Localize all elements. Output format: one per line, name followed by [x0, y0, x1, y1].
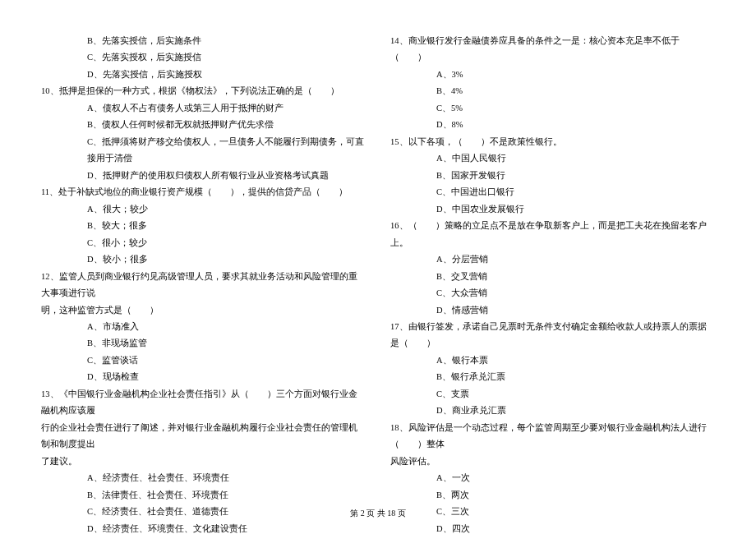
option-14-a: A、3%: [390, 67, 715, 83]
question-11: 11、处于补缺式地位的商业银行资产规模（ ），提供的信贷产品（ ）: [41, 184, 366, 200]
option-17-b: B、银行承兑汇票: [390, 369, 715, 385]
option-15-d: D、中国农业发展银行: [390, 201, 715, 218]
question-14: 14、商业银行发行金融债券应具备的条件之一是：核心资本充足率不低于（ ）: [390, 33, 715, 67]
option-10-c: C、抵押须将财产移交给债权人，一旦债务人不能履行到期债务，可直接用于清偿: [41, 134, 366, 168]
option-14-b: B、4%: [390, 83, 715, 99]
option-10-b: B、债权人任何时候都无权就抵押财产优先求偿: [41, 117, 366, 133]
option-15-a: A、中国人民银行: [390, 150, 715, 167]
option-9-c: C、先落实授权，后实施授信: [41, 49, 366, 66]
option-18-b: B、两次: [390, 487, 715, 504]
option-16-c: C、大众营销: [390, 285, 715, 302]
option-13-b: B、法律责任、社会责任、环境责任: [41, 487, 366, 504]
question-10: 10、抵押是担保的一种方式，根据《物权法》，下列说法正确的是（ ）: [41, 83, 366, 99]
option-9-b: B、先落实授信，后实施条件: [41, 33, 366, 49]
question-18: 18、风险评估是一个动态过程，每个监管周期至少要对银行业金融机构法人进行（ ）整…: [390, 420, 715, 453]
question-13-cont: 行的企业社会责任进行了阐述，并对银行业金融机构履行企业社会责任的管理机制和制度提…: [41, 420, 366, 453]
question-12: 12、监管人员到商业银行约见高级管理人员，要求其就业务活动和风险管理的重大事项进…: [41, 269, 366, 302]
option-9-d: D、先落实授信，后实施授权: [41, 67, 366, 83]
option-10-a: A、债权人不占有债务人或第三人用于抵押的财产: [41, 100, 366, 117]
option-17-d: D、商业承兑汇票: [390, 403, 715, 419]
page-footer: 第 2 页 共 18 页: [0, 508, 756, 519]
option-18-d: D、四次: [390, 521, 715, 534]
question-18-cont: 风险评估。: [390, 453, 715, 470]
option-16-a: A、分层营销: [390, 251, 715, 268]
option-15-b: B、国家开发银行: [390, 168, 715, 184]
option-16-b: B、交叉营销: [390, 269, 715, 285]
option-11-c: C、很小；较少: [41, 235, 366, 251]
option-12-b: B、非现场监管: [41, 335, 366, 352]
option-13-a: A、经济责任、社会责任、环境责任: [41, 470, 366, 486]
question-12-cont: 明，这种监管方式是（ ）: [41, 302, 366, 319]
option-14-d: D、8%: [390, 117, 715, 133]
option-12-a: A、市场准入: [41, 319, 366, 335]
option-17-a: A、银行本票: [390, 352, 715, 369]
option-11-a: A、很大；较少: [41, 201, 366, 218]
two-column-layout: B、先落实授信，后实施条件 C、先落实授权，后实施授信 D、先落实授信，后实施授…: [41, 33, 715, 493]
question-13-cont2: 了建议。: [41, 453, 366, 470]
option-11-d: D、较小；很多: [41, 251, 366, 268]
option-11-b: B、较大；很多: [41, 218, 366, 234]
option-18-a: A、一次: [390, 470, 715, 486]
right-column: 14、商业银行发行金融债券应具备的条件之一是：核心资本充足率不低于（ ） A、3…: [390, 33, 715, 493]
option-13-d: D、经济责任、环境责任、文化建设责任: [41, 521, 366, 534]
left-column: B、先落实授信，后实施条件 C、先落实授权，后实施授信 D、先落实授信，后实施授…: [41, 33, 366, 493]
option-15-c: C、中国进出口银行: [390, 184, 715, 200]
option-12-c: C、监管谈话: [41, 352, 366, 369]
question-15: 15、以下各项，（ ）不是政策性银行。: [390, 134, 715, 150]
question-16: 16、（ ）策略的立足点不是放在争取新客户上，而是把工夫花在挽留老客户上。: [390, 218, 715, 251]
option-10-d: D、抵押财产的使用权归债权人所有银行业从业资格考试真题: [41, 168, 366, 184]
question-13: 13、《中国银行业金融机构企业社会责任指引》从（ ）三个方面对银行业金融机构应该…: [41, 386, 366, 420]
question-17: 17、由银行签发，承诺自己见票时无条件支付确定金额给收款人或持票人的票据是（ ）: [390, 319, 715, 352]
option-17-c: C、支票: [390, 386, 715, 403]
option-16-d: D、情感营销: [390, 302, 715, 319]
document-page: B、先落实授信，后实施条件 C、先落实授权，后实施授信 D、先落实授信，后实施授…: [0, 0, 756, 534]
option-12-d: D、现场检查: [41, 369, 366, 385]
option-14-c: C、5%: [390, 100, 715, 117]
